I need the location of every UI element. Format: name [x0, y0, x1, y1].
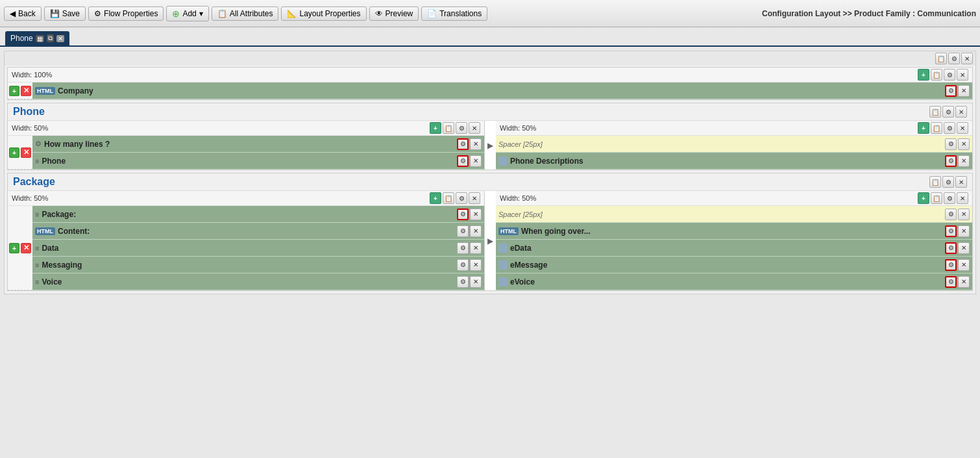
width-gear-btn[interactable]: ⚙: [944, 69, 955, 81]
phone-left-gear-btn[interactable]: ⚙: [456, 122, 467, 134]
data-item-row: ≡ Data ⚙ ✕: [32, 240, 484, 257]
phone-item-gear-btn[interactable]: ⚙: [457, 155, 469, 167]
company-item-row: HTML Company ⚙ ✕: [32, 83, 972, 99]
package-item-close-btn[interactable]: ✕: [470, 209, 482, 220]
data-item-close-btn[interactable]: ✕: [470, 242, 482, 254]
phone-left-width-row: Width: 50% + 📋 ⚙ ✕: [8, 121, 484, 136]
phone-item-close-btn[interactable]: ✕: [470, 155, 482, 167]
edata-gear-btn[interactable]: ⚙: [945, 242, 957, 254]
when-going-over-close-btn[interactable]: ✕: [958, 225, 970, 237]
phone-right-close-btn[interactable]: ✕: [957, 122, 968, 134]
how-many-lines-row: ⚙ How many lines ? ⚙ ✕: [32, 136, 484, 153]
messaging-item-gear-btn[interactable]: ⚙: [457, 259, 469, 271]
evoice-gear-btn[interactable]: ⚙: [945, 276, 957, 288]
phone-left-doc-btn[interactable]: 📋: [443, 122, 454, 134]
preview-button[interactable]: 👁 Preview: [369, 6, 419, 21]
pkg-left-add-btn[interactable]: +: [430, 192, 441, 204]
pkg-left-close-btn[interactable]: ✕: [469, 192, 480, 204]
phone-desc-gear-btn[interactable]: ⚙: [945, 155, 957, 167]
emessage-close-btn[interactable]: ✕: [958, 259, 970, 271]
outer-gear-icon[interactable]: ⚙: [948, 53, 960, 64]
company-add-row[interactable]: +: [9, 86, 19, 96]
package-left-add-row[interactable]: +: [9, 243, 19, 253]
package-item-gear-btn[interactable]: ⚙: [457, 209, 469, 220]
save-button[interactable]: 💾 Save: [44, 6, 86, 21]
flow-properties-icon: ⚙: [94, 9, 101, 18]
pkg-right-gear-btn[interactable]: ⚙: [944, 192, 955, 204]
width-close-btn[interactable]: ✕: [957, 69, 968, 81]
package-left-remove-row[interactable]: ✕: [21, 243, 31, 253]
pkg-left-gear-btn[interactable]: ⚙: [456, 192, 467, 204]
pkg-left-doc-btn[interactable]: 📋: [443, 192, 454, 204]
tab-copy-icon[interactable]: ⧉: [47, 34, 54, 42]
tab-close-icon[interactable]: ✕: [56, 35, 64, 42]
how-many-lines-close-btn[interactable]: ✕: [470, 138, 482, 150]
layout-properties-button[interactable]: 📐 Layout Properties: [281, 6, 366, 21]
package-doc-icon[interactable]: 📋: [929, 176, 941, 188]
phone-right-add-btn[interactable]: +: [918, 122, 929, 134]
evoice-row: eVoice ⚙ ✕: [496, 274, 972, 290]
phone-close-icon[interactable]: ✕: [955, 106, 967, 118]
tab-grid-icon[interactable]: ▦: [36, 35, 44, 42]
company-html-badge: HTML: [35, 87, 55, 95]
voice-item-close-btn[interactable]: ✕: [470, 276, 482, 288]
company-gear-btn[interactable]: ⚙: [945, 85, 957, 97]
phone-desc-close-btn[interactable]: ✕: [958, 155, 970, 167]
phone-spacer-gear-btn[interactable]: ⚙: [945, 138, 957, 150]
phone-section-title: Phone: [13, 106, 45, 118]
all-attributes-button[interactable]: 📋 All Attributes: [212, 6, 279, 21]
back-button[interactable]: ◀ Back: [4, 6, 42, 21]
phone-left-add-btn[interactable]: +: [430, 122, 441, 134]
phone-gear-icon[interactable]: ⚙: [942, 106, 954, 118]
package-spacer-gear-btn[interactable]: ⚙: [945, 209, 957, 220]
phone-tab[interactable]: Phone ▦ ⧉ ✕: [5, 31, 69, 45]
width-doc-btn[interactable]: 📋: [931, 69, 942, 81]
phone-left-remove-row[interactable]: ✕: [21, 147, 31, 158]
edata-icon: [498, 244, 508, 253]
data-item-gear-btn[interactable]: ⚙: [457, 242, 469, 254]
how-many-lines-icon: ⚙: [35, 140, 42, 148]
phone-left-add-row[interactable]: +: [9, 147, 19, 158]
content-item-gear-btn[interactable]: ⚙: [457, 225, 469, 237]
package-gear-icon[interactable]: ⚙: [942, 176, 954, 188]
company-close-btn[interactable]: ✕: [958, 85, 970, 97]
pkg-right-doc-btn[interactable]: 📋: [931, 192, 942, 204]
phone-left-width-controls: + 📋 ⚙ ✕: [430, 122, 480, 134]
emessage-gear-btn[interactable]: ⚙: [945, 259, 957, 271]
phone-right-gear-btn[interactable]: ⚙: [944, 122, 955, 134]
when-going-over-gear-btn[interactable]: ⚙: [945, 225, 957, 237]
phone-right-width-label: Width: 50%: [500, 124, 536, 132]
phone-left-close-btn[interactable]: ✕: [469, 122, 480, 134]
phone-right-width-row: Width: 50% + 📋 ⚙ ✕: [496, 121, 972, 136]
content-html-badge: HTML: [35, 227, 55, 235]
edata-close-btn[interactable]: ✕: [958, 242, 970, 254]
phone-right-doc-btn[interactable]: 📋: [931, 122, 942, 134]
messaging-item-label: Messaging: [42, 261, 457, 270]
company-remove-row[interactable]: ✕: [21, 86, 31, 96]
pkg-right-add-btn[interactable]: +: [918, 192, 929, 204]
outer-close-icon[interactable]: ✕: [961, 53, 973, 64]
voice-item-gear-btn[interactable]: ⚙: [457, 276, 469, 288]
pkg-right-close-btn[interactable]: ✕: [957, 192, 968, 204]
messaging-item-close-btn[interactable]: ✕: [470, 259, 482, 271]
package-spacer-close-btn[interactable]: ✕: [958, 209, 970, 220]
flow-properties-button[interactable]: ⚙ Flow Properties: [88, 6, 164, 21]
how-many-lines-gear-btn[interactable]: ⚙: [457, 138, 469, 150]
width-100-row: Width: 100% + 📋 ⚙ ✕: [8, 68, 972, 83]
evoice-icon: [498, 277, 508, 286]
edata-row: eData ⚙ ✕: [496, 240, 972, 257]
translations-button[interactable]: 📄 Translations: [421, 6, 487, 21]
width-add-btn[interactable]: +: [918, 69, 929, 81]
add-button[interactable]: ⊕ Add ▾: [166, 6, 208, 21]
phone-col-arrow: ▶: [485, 141, 496, 150]
phone-spacer-close-btn[interactable]: ✕: [958, 138, 970, 150]
phone-spacer-label: Spacer [25px]: [498, 140, 543, 148]
phone-doc-icon[interactable]: 📋: [929, 106, 941, 118]
phone-section-controls: 📋 ⚙ ✕: [929, 106, 967, 118]
evoice-close-btn[interactable]: ✕: [958, 276, 970, 288]
content-item-close-btn[interactable]: ✕: [470, 225, 482, 237]
package-close-icon[interactable]: ✕: [955, 176, 967, 188]
main-content: 📋 ⚙ ✕ Width: 100% + 📋 ⚙ ✕ + ✕: [0, 47, 980, 458]
outer-doc-icon[interactable]: 📋: [935, 53, 947, 64]
package-left-width-label: Width: 50%: [12, 194, 48, 202]
